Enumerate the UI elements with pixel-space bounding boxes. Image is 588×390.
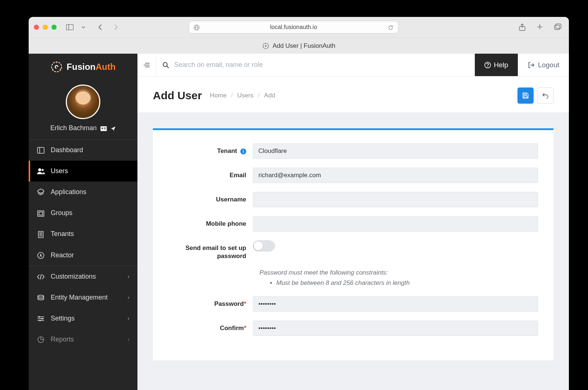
reload-icon[interactable] (388, 24, 394, 31)
sidebar-item-users[interactable]: Users (29, 161, 137, 182)
tenant-label: Tenant i (168, 143, 253, 155)
sidebar-item-reports[interactable]: Reports ‹ (29, 329, 137, 350)
svg-point-12 (265, 43, 266, 44)
sidebar-collapse-button[interactable] (137, 54, 156, 76)
chevron-left-icon: ‹ (128, 273, 129, 279)
svg-point-16 (56, 62, 57, 63)
sidebar-item-tenants[interactable]: Tenants (29, 223, 137, 244)
page-header: Add User Home / Users / Add (137, 76, 569, 113)
password-field[interactable] (253, 296, 538, 312)
customizations-icon (37, 273, 45, 280)
groups-icon (37, 209, 45, 217)
avatar[interactable] (66, 85, 100, 119)
id-card-icon[interactable] (100, 125, 107, 131)
sidebar-item-entity-management[interactable]: Entity Management ‹ (29, 287, 137, 308)
svg-rect-28 (39, 212, 43, 215)
cancel-button[interactable] (537, 87, 553, 104)
sidebar-nav: Dashboard Users Applications Groups Tena… (29, 139, 137, 350)
svg-rect-8 (556, 24, 561, 28)
tenants-icon (37, 230, 45, 238)
password-label: Password* (168, 296, 253, 308)
svg-line-36 (40, 274, 42, 279)
sidebar-item-label: Entity Management (51, 294, 108, 301)
info-icon[interactable]: i (240, 149, 246, 154)
sidebar-item-groups[interactable]: Groups (29, 203, 137, 223)
forward-button[interactable] (111, 22, 121, 32)
sidebar-item-reactor[interactable]: Reactor (29, 245, 137, 266)
confirm-label: Confirm* (168, 321, 253, 332)
svg-line-49 (167, 66, 169, 68)
settings-icon (37, 315, 45, 322)
tenant-field (253, 143, 538, 159)
help-button[interactable]: Help (475, 54, 518, 76)
svg-rect-27 (38, 211, 44, 216)
back-button[interactable] (96, 22, 105, 32)
chevron-left-icon: ‹ (128, 336, 129, 342)
svg-rect-23 (37, 147, 44, 153)
sidebar-item-label: Dashboard (51, 146, 83, 154)
sidebar-item-customizations[interactable]: Customizations ‹ (29, 266, 137, 287)
location-icon[interactable] (111, 125, 116, 131)
save-button[interactable] (517, 87, 534, 104)
search-input[interactable] (174, 61, 468, 69)
tabs-overview-icon[interactable] (552, 22, 564, 32)
dropdown-icon[interactable] (79, 24, 87, 31)
save-icon (522, 92, 529, 99)
share-icon[interactable] (517, 22, 528, 32)
profile-block: Erlich Bachman (29, 80, 137, 139)
browser-window: local.fusionauth.io Add User | FusionAut… (29, 17, 569, 390)
sidebar-item-label: Reactor (51, 251, 74, 259)
svg-rect-29 (39, 231, 43, 237)
mobile-field[interactable] (253, 216, 538, 232)
reports-icon (37, 336, 45, 343)
address-bar[interactable]: local.fusionauth.io (189, 21, 398, 33)
browser-toolbar: local.fusionauth.io (29, 17, 569, 37)
sidebar-toggle-icon[interactable] (64, 23, 76, 32)
chevron-left-icon: ‹ (128, 294, 129, 300)
send-email-toggle[interactable] (253, 240, 275, 251)
address-text: local.fusionauth.io (270, 24, 317, 31)
svg-point-14 (263, 47, 264, 47)
main-content: Help Logout Add User Home / Users / Add (137, 54, 569, 390)
logout-button[interactable]: Logout (518, 54, 569, 76)
svg-rect-21 (104, 128, 106, 128)
entity-icon (37, 294, 45, 301)
constraint-title: Password must meet the following constra… (259, 269, 538, 276)
new-tab-icon[interactable] (534, 22, 545, 32)
breadcrumb-item[interactable]: Home (210, 92, 226, 99)
sidebar-item-label: Reports (51, 336, 74, 343)
search-icon (162, 61, 169, 69)
svg-point-18 (52, 68, 54, 70)
topbar: Help Logout (137, 54, 569, 76)
constraint-item: Must be between 8 and 256 characters in … (276, 279, 538, 287)
page-title: Add User (153, 89, 202, 102)
form-card: Tenant i Email Username Mobile phone Sen… (153, 128, 553, 360)
email-field[interactable] (253, 168, 538, 183)
sidebar-item-dashboard[interactable]: Dashboard (29, 140, 137, 161)
logo-icon (50, 61, 63, 73)
sidebar-item-applications[interactable]: Applications (29, 182, 137, 203)
svg-rect-22 (104, 129, 106, 129)
undo-icon (542, 93, 549, 99)
profile-name: Erlich Bachman (50, 124, 97, 132)
username-field[interactable] (253, 192, 538, 207)
tab-title: Add User | FusionAuth (273, 42, 336, 50)
minimize-window-button[interactable] (43, 25, 48, 30)
email-label: Email (168, 168, 253, 179)
dashboard-icon (37, 146, 45, 154)
breadcrumb-item[interactable]: Users (237, 92, 253, 99)
breadcrumb-item: Add (264, 92, 275, 99)
logout-label: Logout (538, 61, 559, 69)
confirm-field[interactable] (253, 321, 538, 336)
username-label: Username (168, 192, 253, 204)
svg-point-37 (38, 295, 44, 297)
maximize-window-button[interactable] (51, 25, 57, 30)
sidebar-item-label: Customizations (51, 273, 96, 280)
svg-point-15 (52, 62, 62, 72)
svg-rect-53 (524, 96, 527, 98)
users-icon (37, 167, 45, 175)
svg-point-43 (39, 320, 41, 321)
svg-point-17 (60, 68, 61, 70)
close-window-button[interactable] (34, 25, 39, 30)
sidebar-item-settings[interactable]: Settings ‹ (29, 308, 137, 329)
